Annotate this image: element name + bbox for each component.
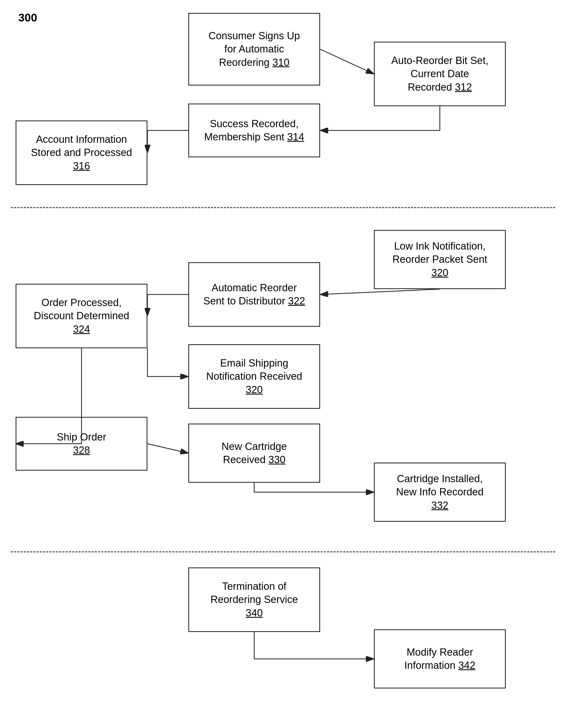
svg-line-2 — [320, 289, 440, 294]
box-account-info: Account InformationStored and Processed3… — [16, 120, 147, 185]
box-ship-order-label: Ship Order328 — [57, 431, 106, 456]
diagram-ref-label: 300 — [18, 11, 37, 24]
box-auto-reorder-bit: Auto-Reorder Bit Set,Current DateRecorde… — [374, 42, 506, 106]
svg-line-1 — [320, 49, 374, 74]
box-order-processed-label: Order Processed,Discount Determined324 — [34, 297, 129, 335]
box-order-processed: Order Processed,Discount Determined324 — [16, 284, 147, 348]
box-modify-reader: Modify ReaderInformation 342 — [374, 629, 506, 688]
dashed-separator-1 — [11, 207, 555, 208]
box-cartridge-installed: Cartridge Installed,New Info Recorded332 — [374, 463, 506, 522]
box-auto-reorder-bit-label: Auto-Reorder Bit Set,Current DateRecorde… — [391, 55, 488, 93]
box-termination-label: Termination ofReordering Service340 — [210, 581, 298, 619]
box-low-ink-label: Low Ink Notification,Reorder Packet Sent… — [392, 240, 487, 278]
box-success-recorded: Success Recorded,Membership Sent 314 — [188, 104, 320, 157]
box-ship-order: Ship Order328 — [16, 417, 147, 471]
box-modify-reader-label: Modify ReaderInformation 342 — [404, 647, 475, 671]
dashed-separator-2 — [11, 551, 555, 552]
box-low-ink: Low Ink Notification,Reorder Packet Sent… — [374, 230, 506, 289]
box-account-info-label: Account InformationStored and Processed3… — [31, 134, 132, 172]
diagram-container: 300 Consumer Signs Upfor AutomaticReorde… — [0, 0, 566, 728]
box-email-shipping-label: Email ShippingNotification Received320 — [206, 357, 302, 395]
box-new-cartridge-label: New CartridgeReceived 330 — [222, 441, 287, 465]
box-automatic-reorder: Automatic ReorderSent to Distributor 322 — [188, 262, 320, 327]
box-cartridge-installed-label: Cartridge Installed,New Info Recorded332 — [396, 473, 483, 511]
svg-line-3 — [147, 444, 188, 453]
box-email-shipping: Email ShippingNotification Received320 — [188, 344, 320, 409]
box-termination: Termination ofReordering Service340 — [188, 567, 320, 632]
box-success-recorded-label: Success Recorded,Membership Sent 314 — [204, 118, 304, 143]
box-consumer-signup-label: Consumer Signs Upfor AutomaticReordering… — [208, 30, 300, 68]
box-automatic-reorder-label: Automatic ReorderSent to Distributor 322 — [203, 282, 305, 307]
box-consumer-signup: Consumer Signs Upfor AutomaticReordering… — [188, 13, 320, 86]
box-new-cartridge: New CartridgeReceived 330 — [188, 424, 320, 483]
